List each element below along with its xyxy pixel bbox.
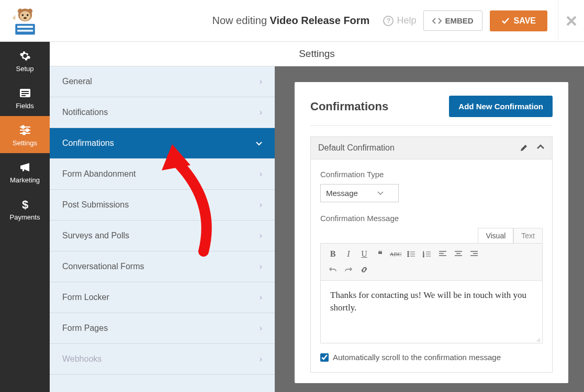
- autoscroll-checkbox[interactable]: [320, 353, 329, 362]
- svg-point-6: [24, 17, 27, 19]
- embed-button[interactable]: EMBED: [423, 10, 482, 31]
- settings-item-form-pages[interactable]: Form Pages›: [50, 313, 275, 344]
- svg-rect-7: [15, 24, 35, 34]
- confirmations-panel: Confirmations Add New Confirmation Defau…: [295, 82, 568, 383]
- form-name: Video Release Form: [270, 15, 370, 26]
- settings-item-conversational-forms[interactable]: Conversational Forms›: [50, 251, 275, 282]
- italic-button[interactable]: I: [341, 247, 356, 261]
- megaphone-icon: [19, 162, 31, 173]
- chevron-down-icon: [256, 139, 262, 148]
- confirmation-accordion-header[interactable]: Default Confirmation: [310, 136, 553, 159]
- svg-point-5: [26, 14, 28, 16]
- svg-point-15: [21, 126, 24, 129]
- chevron-right-icon: ›: [260, 354, 262, 364]
- svg-point-25: [408, 256, 409, 257]
- help-icon: ?: [383, 16, 394, 26]
- align-right-button[interactable]: [466, 247, 482, 261]
- confirmation-type-select[interactable]: Message: [320, 184, 399, 202]
- sliders-icon: [19, 124, 31, 136]
- svg-point-21: [408, 251, 409, 253]
- save-button[interactable]: SAVE: [490, 10, 547, 31]
- resize-handle[interactable]: [535, 336, 541, 342]
- chevron-right-icon: ›: [260, 77, 262, 86]
- message-editor[interactable]: Thanks for contacting us! We will be in …: [320, 281, 543, 343]
- nav-setup[interactable]: Setup: [0, 42, 50, 79]
- settings-item-webhooks[interactable]: Webhooks›: [50, 344, 275, 375]
- svg-rect-9: [17, 29, 33, 31]
- settings-item-confirmations[interactable]: Confirmations: [50, 128, 275, 159]
- settings-submenu: General› Notifications› Confirmations Fo…: [50, 66, 275, 392]
- settings-item-form-locker[interactable]: Form Locker›: [50, 282, 275, 313]
- align-center-button[interactable]: [451, 247, 466, 261]
- check-icon: [501, 17, 510, 25]
- settings-item-post-submissions[interactable]: Post Submissions›: [50, 190, 275, 221]
- undo-button[interactable]: [325, 262, 341, 277]
- settings-item-general[interactable]: General›: [50, 66, 275, 97]
- svg-point-19: [23, 132, 25, 135]
- chevron-right-icon: ›: [260, 262, 262, 271]
- help-link[interactable]: ? Help: [383, 15, 416, 26]
- nav-fields[interactable]: Fields: [0, 79, 50, 116]
- ol-button[interactable]: 123: [419, 247, 435, 261]
- close-button[interactable]: [558, 0, 584, 42]
- svg-text:$: $: [21, 198, 28, 211]
- redo-button[interactable]: [341, 262, 356, 277]
- chevron-right-icon: ›: [260, 231, 262, 240]
- nav-settings[interactable]: Settings: [0, 116, 50, 153]
- svg-rect-8: [17, 26, 33, 28]
- add-confirmation-button[interactable]: Add New Confirmation: [449, 96, 553, 117]
- autoscroll-row[interactable]: Automatically scroll to the confirmation…: [320, 353, 543, 362]
- chevron-right-icon: ›: [260, 169, 262, 179]
- list-icon: [19, 88, 31, 98]
- chevron-right-icon: ›: [260, 108, 262, 117]
- side-nav: Setup Fields Settings Marketing $ Paymen…: [0, 42, 50, 392]
- settings-item-surveys-polls[interactable]: Surveys and Polls›: [50, 221, 275, 251]
- now-editing-label: Now editing Video Release Form: [212, 15, 370, 27]
- chevron-right-icon: ›: [260, 324, 262, 333]
- editor-toolbar: B I U ❝ ABC 123: [320, 243, 543, 281]
- panel-heading: Confirmations: [310, 100, 388, 113]
- wpforms-logo: [0, 5, 50, 37]
- autoscroll-label: Automatically scroll to the confirmation…: [333, 353, 501, 362]
- editor-tab-visual[interactable]: Visual: [478, 228, 513, 243]
- nav-marketing[interactable]: Marketing: [0, 153, 50, 190]
- settings-item-notifications[interactable]: Notifications›: [50, 97, 275, 128]
- gear-icon: [19, 50, 31, 62]
- svg-point-3: [19, 11, 30, 21]
- chevron-right-icon: ›: [260, 200, 262, 210]
- quote-button[interactable]: ❝: [372, 247, 388, 261]
- nav-payments[interactable]: $ Payments: [0, 190, 50, 227]
- confirmation-name: Default Confirmation: [318, 143, 395, 153]
- close-icon: [566, 15, 577, 27]
- ul-button[interactable]: [403, 247, 419, 261]
- chevron-up-icon[interactable]: [536, 144, 545, 150]
- bold-button[interactable]: B: [325, 247, 341, 261]
- editor-tab-text[interactable]: Text: [513, 228, 543, 243]
- chevron-down-icon: [377, 191, 384, 195]
- chevron-right-icon: ›: [260, 293, 262, 302]
- underline-button[interactable]: U: [356, 247, 372, 261]
- edit-icon[interactable]: [520, 144, 528, 152]
- settings-item-form-abandonment[interactable]: Form Abandonment›: [50, 159, 275, 190]
- strike-button[interactable]: ABC: [388, 247, 403, 261]
- svg-point-4: [21, 14, 24, 16]
- svg-point-17: [26, 129, 28, 132]
- align-left-button[interactable]: [435, 247, 451, 261]
- svg-text:3: 3: [423, 255, 424, 258]
- dollar-icon: $: [21, 198, 29, 211]
- link-button[interactable]: [356, 262, 372, 277]
- svg-point-23: [408, 253, 409, 255]
- confirmation-message-label: Confirmation Message: [320, 214, 543, 223]
- confirmation-type-label: Confirmation Type: [320, 170, 543, 179]
- page-title: Settings: [50, 42, 584, 66]
- code-icon: [432, 17, 442, 25]
